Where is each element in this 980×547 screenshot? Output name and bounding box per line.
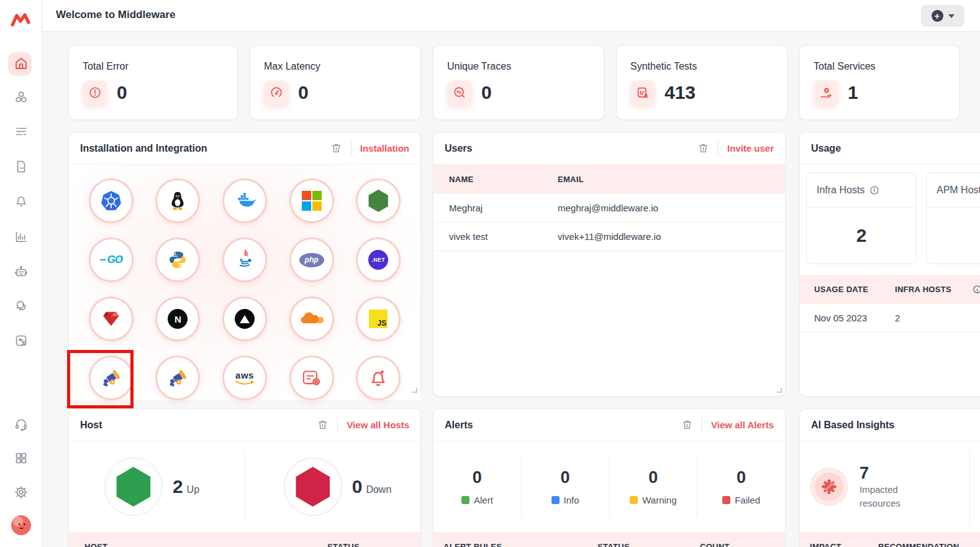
integration-javascript[interactable]: JS: [356, 296, 401, 341]
hosts-down-stat: 0Down: [256, 457, 419, 516]
integration-billing[interactable]: [289, 356, 334, 400]
hosts-up-stat: 2Up: [71, 457, 234, 516]
home-icon[interactable]: [13, 55, 29, 71]
usage-panel: Usage Infra Hosts 2 APM Hosts 0 USAGE D: [799, 132, 980, 397]
warning-label: Warning: [642, 495, 676, 505]
integration-cloudflare[interactable]: [289, 296, 334, 341]
table-row[interactable]: vivek test vivek+11@middleware.io: [433, 223, 785, 251]
integration-dotnet[interactable]: .NET: [356, 237, 401, 282]
stat-card-synthetic-tests: Synthetic Tests 413: [616, 45, 787, 120]
users-table-header: NAME EMAIL: [433, 165, 785, 194]
installation-link[interactable]: Installation: [360, 143, 409, 154]
panel-title: Alerts: [445, 420, 473, 431]
top-header: Welcome to Middleware +: [42, 0, 980, 32]
stat-card-unique-traces: Unique Traces 0: [433, 45, 604, 120]
user-email: meghraj@middleware.io: [558, 203, 785, 213]
dotnet-icon: .NET: [368, 250, 388, 270]
panel-title: Users: [445, 143, 472, 154]
up-hexagon-icon: [116, 467, 152, 507]
vercel-icon: [235, 309, 255, 329]
billing-gear-icon: [301, 368, 322, 388]
rum-icon[interactable]: [13, 333, 29, 349]
table-row[interactable]: Meghraj meghraj@middleware.io: [433, 194, 785, 223]
hosts-down-label: Down: [366, 484, 391, 495]
info-icon[interactable]: [869, 185, 879, 195]
user-avatar[interactable]: [11, 515, 32, 536]
host-table-header: HOST STATUS: [69, 532, 420, 547]
add-button[interactable]: +: [921, 5, 964, 27]
integration-linux[interactable]: [155, 178, 200, 223]
trash-icon[interactable]: [681, 419, 693, 431]
support-headset-icon[interactable]: [13, 416, 29, 433]
info-icon: [973, 285, 980, 294]
middleware-logo-icon[interactable]: [10, 10, 31, 30]
integration-alert-bell[interactable]: [356, 356, 401, 400]
usage-card-infra-hosts: Infra Hosts 2: [806, 172, 917, 264]
panel-title: AI Based Insights: [811, 420, 894, 431]
panel-title: Installation and Integration: [80, 143, 207, 154]
resize-handle[interactable]: [412, 388, 417, 393]
logs-icon[interactable]: [13, 124, 29, 140]
integration-docker[interactable]: [222, 178, 267, 223]
chat-icon[interactable]: [13, 298, 29, 314]
integration-ruby[interactable]: [89, 296, 134, 341]
resize-handle[interactable]: [777, 388, 782, 393]
usage-card-label: APM Hosts: [937, 185, 980, 196]
impact-bug-icon: [810, 467, 848, 506]
integration-nextjs[interactable]: N: [155, 296, 200, 341]
view-all-hosts-link[interactable]: View all Hosts: [347, 420, 409, 430]
usage-table-header: USAGE DATE INFRA HOSTS APM HOSTS: [800, 275, 980, 304]
bot-icon[interactable]: [13, 264, 29, 280]
services-icon[interactable]: [13, 90, 29, 106]
nextjs-icon: N: [168, 309, 188, 329]
trash-icon[interactable]: [697, 142, 709, 154]
col-status: STATUS: [597, 542, 700, 547]
impacted-count: 7: [860, 463, 928, 483]
java-icon: [235, 249, 254, 270]
col-usage-date: USAGE DATE: [814, 285, 895, 294]
alert-circle-icon: [83, 80, 107, 105]
user-name: Meghraj: [449, 203, 558, 213]
alerts-panel: Alerts View all Alerts 0 Alert 0 Info: [433, 408, 786, 547]
view-all-alerts-link[interactable]: View all Alerts: [711, 420, 774, 430]
integration-nodejs[interactable]: [356, 178, 401, 223]
reports-chart-icon[interactable]: [13, 229, 29, 245]
trash-icon[interactable]: [317, 419, 329, 431]
alert-count: 0: [473, 468, 482, 487]
integration-kubernetes[interactable]: [89, 178, 134, 223]
integration-vercel[interactable]: [222, 296, 267, 341]
stat-label: Unique Traces: [447, 61, 590, 72]
notifications-bell-icon[interactable]: [13, 193, 29, 209]
hosts-up-label: Up: [187, 484, 199, 495]
trash-icon[interactable]: [330, 142, 342, 154]
ruby-icon: [101, 309, 121, 329]
apps-grid-icon[interactable]: [13, 450, 29, 466]
col-name: NAME: [449, 175, 558, 184]
insights-table-header: IMPACT RECOMMENDATION: [800, 532, 980, 547]
col-infra-hosts: INFRA HOSTS: [895, 285, 973, 294]
invite-user-link[interactable]: Invite user: [727, 143, 774, 154]
integration-python[interactable]: [155, 237, 200, 282]
bell-dot-icon: [368, 367, 389, 388]
integration-php[interactable]: php: [289, 237, 334, 282]
panel-title: Usage: [811, 143, 841, 154]
info-square-icon: [551, 496, 560, 504]
integration-telescope[interactable]: [155, 356, 200, 400]
sidebar: [0, 0, 42, 547]
settings-gear-icon[interactable]: [13, 484, 29, 500]
table-row: Nov 05 2023 2: [800, 304, 980, 333]
javascript-icon: JS: [369, 310, 388, 328]
integration-windows[interactable]: [289, 178, 334, 223]
document-icon[interactable]: [13, 159, 29, 175]
col-host: HOST: [84, 542, 327, 547]
nodejs-icon: [368, 190, 389, 212]
windows-icon: [302, 191, 322, 211]
integration-golang[interactable]: GO: [89, 237, 134, 282]
integration-java[interactable]: [222, 237, 267, 282]
stat-value: 0: [481, 82, 492, 103]
failed-count: 0: [737, 468, 746, 487]
integration-aws[interactable]: aws: [222, 356, 267, 400]
stat-value: 1: [848, 82, 858, 103]
ai-insights-panel: AI Based Insights: [799, 408, 980, 547]
col-status: STATUS: [327, 542, 420, 547]
